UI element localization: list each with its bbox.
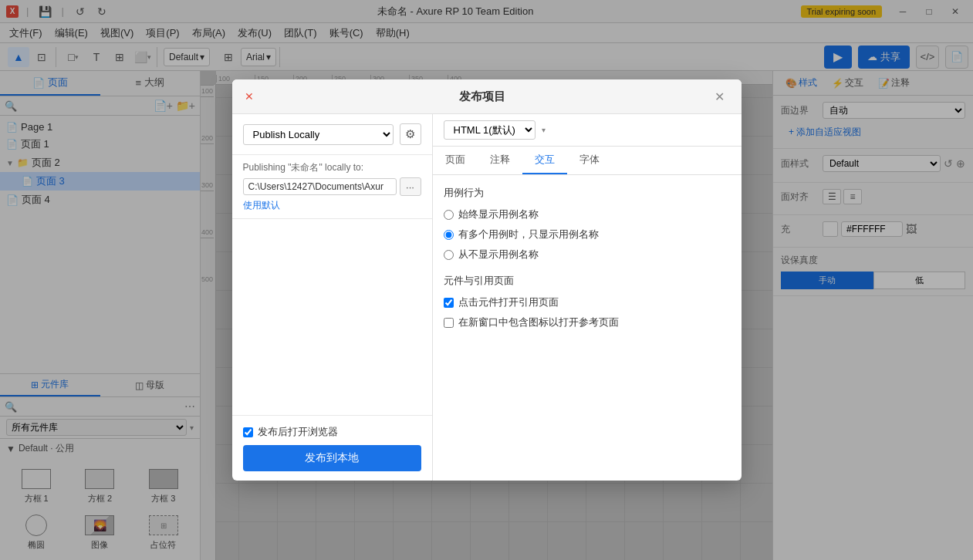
section1-title: 用例行为 [444, 186, 731, 200]
modal-close-button[interactable]: ✕ [711, 87, 729, 106]
modal-right-header: HTML 1(默认) ▾ [433, 114, 742, 147]
radio-always: 始终显示用例名称 [444, 207, 731, 221]
modal-tab-interact[interactable]: 交互 [522, 147, 567, 174]
modal-left-panel: Publish Locally ⚙ Publishing "未命名" local… [232, 114, 433, 481]
modal-footer: 发布后打开浏览器 发布到本地 [232, 415, 432, 481]
modal-body: Publish Locally ⚙ Publishing "未命名" local… [232, 114, 742, 481]
modal-x-icon: ✕ [245, 90, 254, 103]
use-default-link[interactable]: 使用默认 [243, 199, 280, 212]
radio-always-input[interactable] [444, 210, 454, 220]
cb-include-icon-input[interactable] [444, 318, 454, 328]
modal-header: ✕ 发布项目 ✕ [232, 79, 742, 114]
cb-open-ref: 点击元件打开引用页面 [444, 295, 731, 309]
path-input-row: ··· [243, 177, 421, 196]
html-select[interactable]: HTML 1(默认) [444, 120, 535, 140]
path-label: Publishing "未命名" locally to: [243, 161, 421, 174]
modal-right-tabs: 页面 注释 交互 字体 [433, 147, 742, 175]
modal-tab-font[interactable]: 字体 [567, 147, 612, 174]
settings-icon: ⚙ [405, 127, 415, 141]
path-more-button[interactable]: ··· [400, 177, 421, 196]
modal-tab-pages[interactable]: 页面 [433, 147, 478, 174]
publish-type-select[interactable]: Publish Locally [243, 124, 394, 145]
section2: 元件与引用页面 点击元件打开引用页面 在新窗口中包含图标以打开参考页面 [444, 274, 731, 329]
radio-never: 从不显示用例名称 [444, 248, 731, 261]
html-dropdown-chevron: ▾ [542, 126, 546, 134]
modal-right-panel: HTML 1(默认) ▾ 页面 注释 交互 字体 用例行为 始终显示用例名称 [433, 114, 742, 481]
publish-local-button[interactable]: 发布到本地 [243, 445, 421, 471]
cb-open-ref-label: 点击元件打开引用页面 [458, 295, 559, 309]
publish-type-row: Publish Locally ⚙ [232, 114, 432, 155]
cb-include-icon-label: 在新窗口中包含图标以打开参考页面 [458, 315, 619, 329]
section2-title: 元件与引用页面 [444, 274, 731, 288]
radio-never-input[interactable] [444, 250, 454, 260]
modal-title: 发布项目 [254, 89, 711, 104]
radio-always-label: 始终显示用例名称 [458, 207, 539, 221]
modal-tab-notes[interactable]: 注释 [478, 147, 522, 174]
open-browser-checkbox[interactable] [243, 427, 253, 437]
publish-modal: ✕ 发布项目 ✕ Publish Locally ⚙ Publishing "未… [232, 79, 742, 481]
open-browser-row: 发布后打开浏览器 [243, 425, 421, 439]
modal-right-content: 用例行为 始终显示用例名称 有多个用例时，只显示用例名称 从不显示用例名称 [433, 175, 742, 481]
radio-multiple: 有多个用例时，只显示用例名称 [444, 228, 731, 241]
cb-open-ref-input[interactable] [444, 298, 454, 308]
cb-include-icon: 在新窗口中包含图标以打开参考页面 [444, 315, 731, 329]
settings-button[interactable]: ⚙ [400, 123, 421, 145]
path-row: Publishing "未命名" locally to: ··· 使用默认 [232, 155, 432, 219]
radio-multiple-label: 有多个用例时，只显示用例名称 [458, 228, 599, 241]
path-input[interactable] [243, 178, 397, 195]
radio-never-label: 从不显示用例名称 [458, 248, 539, 261]
open-browser-label: 发布后打开浏览器 [258, 425, 338, 439]
modal-spacer [232, 219, 432, 415]
radio-multiple-input[interactable] [444, 230, 454, 240]
modal-overlay[interactable]: ✕ 发布项目 ✕ Publish Locally ⚙ Publishing "未… [0, 0, 973, 560]
